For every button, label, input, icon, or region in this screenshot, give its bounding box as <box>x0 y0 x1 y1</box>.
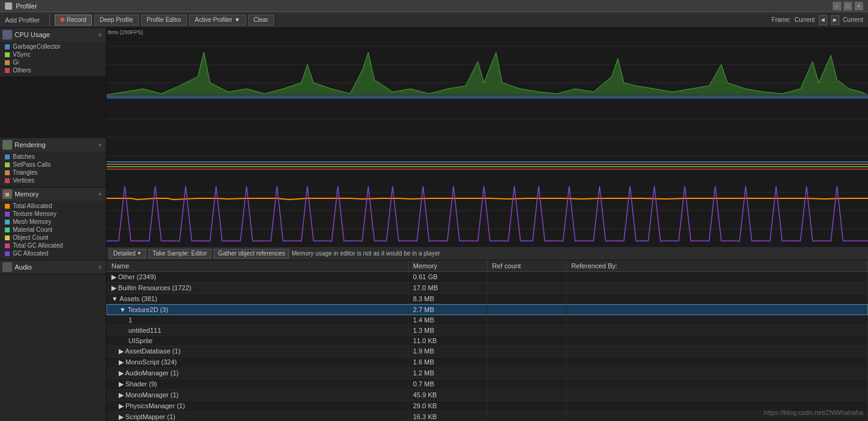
texture-mem-label: Texture Memory <box>13 211 57 217</box>
sidebar-cpu-title: CPU Usage <box>15 31 94 38</box>
gc-alloc-color <box>5 251 10 256</box>
row-refby <box>567 368 869 378</box>
row-refcount <box>488 305 567 315</box>
table-row[interactable]: ▼ Texture2D (3) 2.7 MB <box>107 304 868 315</box>
sidebar: CPU Usage × GarbageCollector VSync Gi <box>0 28 107 421</box>
row-refcount <box>488 390 567 400</box>
table-row[interactable]: ▶ AudioManager (1) 1.2 MB <box>107 368 868 379</box>
sidebar-header-audio[interactable]: Audio × <box>0 260 106 274</box>
cpu-chart-panel: 8ms (200FPS) <box>107 28 868 101</box>
row-name: ▼ Texture2D (3) <box>107 305 408 315</box>
take-sample-button[interactable]: Take Sample: Editor <box>149 249 212 259</box>
table-row[interactable]: ▶ PhysicsManager (1) 29.0 KB <box>107 401 868 412</box>
table-row[interactable]: 1 1.4 MB <box>107 315 868 325</box>
table-row[interactable]: ▶ MonoScript (324) 1.6 MB <box>107 357 868 368</box>
row-refcount <box>488 325 567 335</box>
row-name: ▶ Other (2349) <box>107 272 408 282</box>
row-refcount <box>488 283 567 293</box>
row-refcount <box>488 379 567 389</box>
sidebar-header-memory[interactable]: ▦ Memory × <box>0 187 106 201</box>
sidebar-item-gi[interactable]: Gi <box>0 58 106 66</box>
maximize-button[interactable]: □ <box>844 2 852 10</box>
table-row[interactable]: ▶ ScriptMapper (1) 16.3 KB <box>107 412 868 421</box>
sidebar-item-setpass[interactable]: SetPass Calls <box>0 161 106 169</box>
sidebar-cpu-items: GarbageCollector VSync Gi Others <box>0 41 106 77</box>
sidebar-item-total-gc[interactable]: Total GC Allocated <box>0 242 106 249</box>
cpu-chart-header: 8ms (200FPS) <box>108 29 143 35</box>
table-container[interactable]: Name Memory Ref count Referenced By: ▶ O… <box>107 260 868 421</box>
sidebar-item-object-count[interactable]: Object Count <box>0 234 106 242</box>
memory-icon: ▦ <box>2 189 12 199</box>
sidebar-section-memory: ▦ Memory × Total Allocated Texture Memor… <box>0 187 106 260</box>
table-row[interactable]: ▶ Shader (9) 0.7 MB <box>107 379 868 390</box>
sidebar-item-vsync[interactable]: VSync <box>0 50 106 58</box>
record-button[interactable]: Record <box>55 15 91 26</box>
gc-color <box>5 44 10 49</box>
close-button[interactable]: × <box>855 2 863 10</box>
prev-frame-button[interactable]: ◄ <box>819 15 827 25</box>
toolbar-separator-1 <box>49 15 50 26</box>
sidebar-item-others[interactable]: Others <box>0 66 106 74</box>
cpu-chart-svg <box>107 28 868 101</box>
sidebar-memory-items: Total Allocated Texture Memory Mesh Memo… <box>0 201 106 260</box>
row-refby <box>567 294 869 304</box>
row-name: 1 <box>107 315 408 325</box>
sidebar-header-cpu[interactable]: CPU Usage × <box>0 28 106 41</box>
sidebar-audio-close[interactable]: × <box>96 263 103 271</box>
sidebar-item-triangles[interactable]: Triangles <box>0 169 106 176</box>
sidebar-item-material-count[interactable]: Material Count <box>0 226 106 234</box>
table-header: Name Memory Ref count Referenced By: <box>107 260 868 272</box>
sidebar-item-vertices[interactable]: Vertices <box>0 176 106 184</box>
minimize-button[interactable]: − <box>833 2 841 10</box>
sidebar-item-texture-memory[interactable]: Texture Memory <box>0 210 106 218</box>
rendering-chart-panel <box>107 101 868 174</box>
table-row[interactable]: ▶ MonoManager (1) 45.9 KB <box>107 390 868 401</box>
table-row[interactable]: untitled111 1.3 MB <box>107 325 868 336</box>
row-name: ▶ MonoScript (324) <box>107 357 408 367</box>
clear-button[interactable]: Clear <box>248 15 274 26</box>
gc-alloc-label: GC Allocated <box>13 250 48 257</box>
current-label: Current <box>843 16 863 23</box>
vsync-label: VSync <box>13 51 30 58</box>
sidebar-rendering-close[interactable]: × <box>96 141 103 148</box>
sidebar-header-rendering[interactable]: Rendering × <box>0 138 106 151</box>
setpass-color <box>5 162 10 167</box>
row-refby <box>567 315 869 325</box>
sidebar-item-gc-allocated[interactable]: GC Allocated <box>0 249 106 257</box>
total-alloc-color <box>5 204 10 209</box>
row-name: ▶ MonoManager (1) <box>107 390 408 400</box>
toolbar: Add Profiler Record Deep Profile Profile… <box>0 12 868 28</box>
watermark-text: https://blog.csdn.net/ZNWhahaha <box>764 409 863 416</box>
row-refby <box>567 357 869 367</box>
row-refby <box>567 325 869 335</box>
active-profiler-button[interactable]: Active Profiler ▼ <box>189 15 246 26</box>
material-count-color <box>5 228 10 232</box>
sidebar-item-mesh-memory[interactable]: Mesh Memory <box>0 218 106 226</box>
sidebar-item-batches[interactable]: Batches <box>0 153 106 161</box>
sidebar-section-cpu: CPU Usage × GarbageCollector VSync Gi <box>0 28 106 77</box>
sidebar-item-total-allocated[interactable]: Total Allocated <box>0 202 106 210</box>
mesh-mem-label: Mesh Memory <box>13 218 51 225</box>
toolbar-right: Frame: Current ◄ ► Current <box>772 15 863 25</box>
row-refby <box>567 379 869 389</box>
table-row[interactable]: ▶ Other (2349) 0.61 GB <box>107 272 868 283</box>
row-refcount <box>488 346 567 357</box>
sidebar-item-garbagecollector[interactable]: GarbageCollector <box>0 43 106 50</box>
row-refby <box>567 346 869 357</box>
active-profiler-label: Active Profiler <box>195 16 233 23</box>
next-frame-button[interactable]: ► <box>831 15 839 25</box>
memory-warning-text: Memory usage in editor is not as it woul… <box>292 250 440 257</box>
profile-editor-button[interactable]: Profile Editor <box>141 15 187 26</box>
sidebar-section-rendering: Rendering × Batches SetPass Calls Triang… <box>0 138 106 187</box>
table-row[interactable]: UISprite 11.0 KB <box>107 336 868 346</box>
cpu-icon <box>2 30 12 40</box>
table-row[interactable]: ▼ Assets (381) 8.3 MB <box>107 294 868 304</box>
deep-profile-button[interactable]: Deep Profile <box>94 15 139 26</box>
sidebar-memory-close[interactable]: × <box>96 190 103 198</box>
gather-refs-button[interactable]: Gather object references <box>214 249 289 259</box>
sidebar-cpu-close[interactable]: × <box>96 31 103 38</box>
table-row[interactable]: ▶ AssetDatabase (1) 1.9 MB <box>107 346 868 357</box>
row-name: UISprite <box>107 336 408 346</box>
table-row[interactable]: ▶ Builtin Resources (1722) 17.0 MB <box>107 283 868 294</box>
detailed-button[interactable]: Detailed ▼ <box>109 249 146 259</box>
